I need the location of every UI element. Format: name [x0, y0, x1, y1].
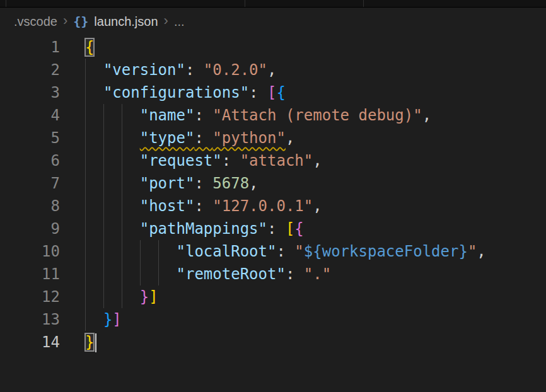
- code-line[interactable]: 4 "name": "Attach (remote debug)",: [0, 104, 546, 127]
- code-token: }: [103, 311, 112, 328]
- code-token: "attach": [240, 152, 313, 170]
- code-token: [85, 84, 103, 101]
- code-token: :: [267, 220, 286, 238]
- code-content: }: [85, 331, 96, 354]
- code-content: "host": "127.0.0.1",: [85, 195, 322, 217]
- code-token: "localRoot": [177, 243, 277, 260]
- code-token: ]: [149, 288, 158, 306]
- tab-separator: [245, 0, 245, 7]
- code-content: "port": 5678,: [85, 172, 258, 195]
- breadcrumb: .vscode › {} launch.json › ...: [0, 8, 546, 35]
- editor-lines[interactable]: 1{2 "version": "0.2.0",3 "configurations…: [0, 35, 546, 354]
- code-token: :: [194, 197, 212, 215]
- code-token: {: [276, 84, 285, 101]
- code-token: ": [468, 243, 477, 260]
- code-token: ".": [304, 265, 331, 283]
- code-token: ,: [249, 175, 258, 192]
- code-token: [85, 220, 140, 238]
- code-token: 5678: [212, 175, 249, 192]
- line-number: 10: [0, 240, 60, 263]
- code-token: }: [140, 288, 149, 306]
- code-token: [85, 107, 140, 124]
- line-number: 9: [0, 217, 60, 240]
- code-token: {: [294, 220, 303, 238]
- code-line[interactable]: 2 "version": "0.2.0",: [0, 59, 546, 81]
- code-content: {: [85, 36, 94, 59]
- breadcrumb-more[interactable]: ...: [174, 14, 185, 29]
- code-token: :: [194, 107, 212, 124]
- line-number: 8: [0, 195, 60, 217]
- code-token: "name": [140, 107, 195, 124]
- breadcrumb-folder[interactable]: .vscode: [14, 14, 57, 29]
- line-number: 13: [0, 308, 60, 331]
- line-number: 2: [0, 59, 60, 81]
- code-token: [85, 61, 103, 79]
- code-token: "configurations": [103, 84, 249, 101]
- code-line[interactable]: 7 "port": 5678,: [0, 172, 546, 195]
- code-token: :: [286, 265, 304, 283]
- code-line[interactable]: 5 "type": "python",: [0, 127, 546, 149]
- chevron-right-icon: ›: [63, 14, 67, 28]
- code-line[interactable]: 14}: [0, 331, 546, 354]
- code-token: :: [194, 129, 212, 147]
- code-line[interactable]: 3 "configurations": [{: [0, 81, 546, 104]
- code-token: "0.2.0": [204, 61, 267, 79]
- code-line[interactable]: 6 "request": "attach",: [0, 149, 546, 172]
- code-token: "pathMappings": [140, 220, 267, 238]
- code-token: ${workspaceFolder}: [304, 243, 468, 260]
- code-line[interactable]: 9 "pathMappings": [{: [0, 217, 546, 240]
- line-number: 1: [0, 36, 60, 59]
- code-content: "configurations": [{: [85, 81, 286, 104]
- code-line[interactable]: 1{: [0, 36, 546, 59]
- matched-bracket: {: [85, 38, 94, 56]
- code-token: ]: [112, 311, 121, 328]
- code-token: [85, 243, 177, 260]
- code-token: ": [294, 243, 303, 260]
- code-token: ,: [286, 129, 294, 147]
- code-token: [85, 152, 140, 170]
- code-line[interactable]: 12 }]: [0, 285, 546, 308]
- code-token: [85, 197, 140, 215]
- code-line[interactable]: 10 "localRoot": "${workspaceFolder}",: [0, 240, 546, 263]
- line-number: 5: [0, 127, 60, 149]
- matched-bracket: }: [85, 333, 94, 351]
- code-token: ,: [313, 197, 322, 215]
- tab-bar[interactable]: [0, 0, 546, 8]
- line-number: 7: [0, 172, 60, 195]
- json-braces-icon: {}: [73, 14, 88, 29]
- code-token: [: [267, 84, 276, 101]
- code-content: "request": "attach",: [85, 149, 322, 172]
- code-content: }]: [85, 308, 122, 331]
- code-line[interactable]: 8 "host": "127.0.0.1",: [0, 195, 546, 217]
- code-token: :: [194, 175, 212, 192]
- code-token: ,: [267, 61, 276, 79]
- code-token: [: [286, 220, 294, 238]
- code-token: "request": [140, 152, 222, 170]
- code-token: "type": [140, 129, 195, 147]
- code-token: ,: [477, 243, 485, 260]
- code-content: "version": "0.2.0",: [85, 59, 276, 81]
- line-number: 12: [0, 285, 60, 308]
- code-line[interactable]: 11 "remoteRoot": ".": [0, 263, 546, 285]
- code-content: "pathMappings": [{: [85, 217, 304, 240]
- code-token: [85, 129, 140, 147]
- text-cursor: [95, 333, 96, 352]
- code-token: "python": [212, 129, 286, 147]
- code-content: "remoteRoot": ".": [85, 263, 331, 285]
- code-token: "127.0.0.1": [212, 197, 313, 215]
- code-content: "type": "python",: [85, 127, 294, 149]
- code-token: [85, 288, 140, 306]
- code-token: "Attach (remote debug)": [212, 107, 422, 124]
- tab-separator: [363, 0, 364, 7]
- code-token: [85, 265, 177, 283]
- chevron-right-icon: ›: [164, 14, 168, 28]
- line-number: 3: [0, 81, 60, 104]
- code-token: :: [249, 84, 267, 101]
- breadcrumb-file[interactable]: launch.json: [94, 14, 158, 29]
- code-line[interactable]: 13 }]: [0, 308, 546, 331]
- line-number: 6: [0, 149, 60, 172]
- line-number: 14: [0, 331, 60, 354]
- code-token: "host": [140, 197, 195, 215]
- code-token: ,: [422, 107, 431, 124]
- code-content: "localRoot": "${workspaceFolder}",: [85, 240, 486, 263]
